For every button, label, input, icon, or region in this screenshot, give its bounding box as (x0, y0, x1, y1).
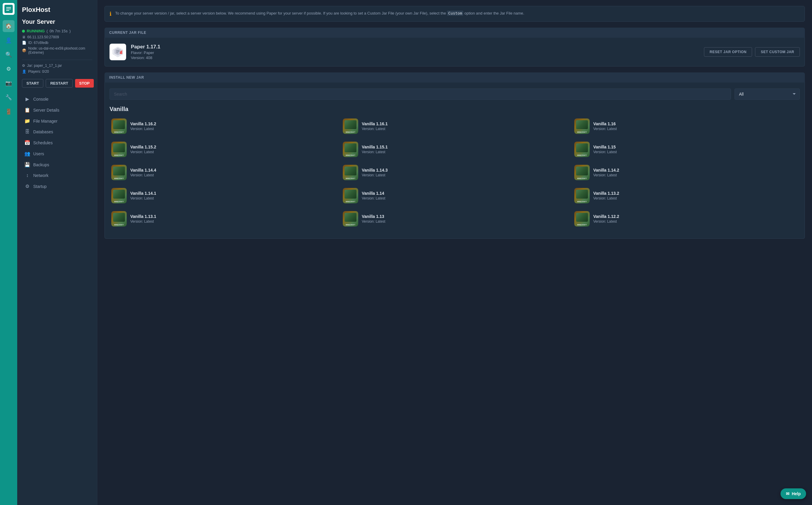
vanilla-1141-name: Vanilla 1.14.1 (130, 191, 156, 196)
divider-1 (22, 60, 92, 60)
filter-select[interactable]: All Vanilla Paper Spigot Bukkit Forge Fa… (735, 89, 800, 100)
vanilla-1143-name: Vanilla 1.14.3 (362, 168, 388, 172)
vanilla-1141-info: Vanilla 1.14.1 Version: Latest (130, 191, 156, 200)
jar-item-vanilla-1143[interactable]: Vanilla 1.14.3 Version: Latest (341, 163, 568, 182)
jar-version: Version: 408 (131, 55, 160, 60)
nav-label-schedules: Schedules (33, 140, 52, 145)
vanilla-1144-version: Version: Latest (130, 173, 156, 177)
stop-button[interactable]: STOP (75, 79, 94, 88)
vanilla-116-version: Version: Latest (593, 127, 617, 131)
icon-bar: 🏠 👤 🔍 ⚙ 📷 🔧 🚪 (0, 0, 17, 505)
vanilla-1122-info: Vanilla 1.12.2 Version: Latest (593, 214, 619, 223)
icon-user[interactable]: 👤 (3, 34, 15, 46)
vanilla-1132-info: Vanilla 1.13.2 Version: Latest (593, 191, 619, 200)
console-icon: ▶ (24, 96, 30, 102)
vanilla-1142-icon (574, 165, 590, 180)
nav-label-server-details: Server Details (33, 108, 59, 113)
node-icon: 📦 (22, 48, 26, 52)
paper-logo (110, 44, 126, 60)
vanilla-1131-icon (111, 211, 127, 226)
vanilla-114-info: Vanilla 1.14 Version: Latest (362, 191, 385, 200)
main-content: ℹ To change your server version / jar, s… (97, 0, 812, 505)
icon-settings-circle[interactable]: ⚙ (3, 63, 15, 75)
nav-item-server-details[interactable]: 📋 Server Details (22, 105, 92, 116)
start-button[interactable]: START (22, 79, 43, 88)
nav-label-databases: Databases (33, 130, 53, 134)
jar-item-vanilla-114[interactable]: Vanilla 1.14 Version: Latest (341, 186, 568, 205)
vanilla-1131-version: Version: Latest (130, 219, 156, 223)
jar-item-vanilla-1161[interactable]: Vanilla 1.16.1 Version: Latest (341, 117, 568, 136)
restart-button[interactable]: RESTART (46, 79, 72, 88)
nav-item-console[interactable]: ▶ Console (22, 94, 92, 105)
current-jar-body: Paper 1.17.1 Flavor: Paper Version: 408 … (105, 38, 805, 66)
vanilla-1142-name: Vanilla 1.14.2 (593, 168, 619, 172)
server-status-row: RUNNING ( 0h 7m 15s ) (22, 29, 92, 33)
app-logo (3, 3, 15, 15)
icon-logout[interactable]: 🚪 (3, 106, 15, 118)
jar-item-vanilla-1151[interactable]: Vanilla 1.15.1 Version: Latest (341, 140, 568, 159)
current-jar-header: CURRENT JAR FILE (105, 28, 805, 38)
vanilla-1161-name: Vanilla 1.16.1 (362, 122, 388, 126)
jar-item-vanilla-1141[interactable]: Vanilla 1.14.1 Version: Latest (110, 186, 337, 205)
vanilla-116-icon (574, 119, 590, 134)
network-icon: ↕ (24, 173, 30, 178)
vanilla-1162-info: Vanilla 1.16.2 Version: Latest (130, 122, 156, 131)
vanilla-1122-version: Version: Latest (593, 219, 619, 223)
ip-icon: 🖥 (22, 35, 25, 39)
vanilla-1143-version: Version: Latest (362, 173, 388, 177)
jar-flavor: Flavor: Paper (131, 50, 160, 55)
server-ip-row: 🖥 66.11.123.50:27809 (22, 35, 92, 39)
jar-item-vanilla-115[interactable]: Vanilla 1.15 Version: Latest (573, 140, 800, 159)
nav-section: ▶ Console 📋 Server Details 📁 File Manage… (22, 94, 92, 192)
nav-item-file-manager[interactable]: 📁 File Manager (22, 116, 92, 127)
jar-label: Jar: paper_1_17_1.jar (27, 63, 62, 68)
icon-search[interactable]: 🔍 (3, 49, 15, 60)
vanilla-114-version: Version: Latest (362, 196, 385, 200)
vanilla-1132-version: Version: Latest (593, 196, 619, 200)
vanilla-1143-icon (343, 165, 358, 180)
jar-item-vanilla-1144[interactable]: Vanilla 1.14.4 Version: Latest (110, 163, 337, 182)
nav-item-startup[interactable]: ⚙ Startup (22, 181, 92, 192)
install-jar-header: INSTALL NEW JAR (105, 72, 805, 82)
icon-gear[interactable]: 🔧 (3, 92, 15, 103)
jar-item-vanilla-1132[interactable]: Vanilla 1.13.2 Version: Latest (573, 186, 800, 205)
alert-text: To change your server version / jar, sel… (115, 10, 524, 17)
jar-item-vanilla-1152[interactable]: Vanilla 1.15.2 Version: Latest (110, 140, 337, 159)
players-label: Players: 0/20 (28, 69, 49, 73)
jar-row: ⚙ Jar: paper_1_17_1.jar (22, 63, 92, 68)
status-indicator (22, 30, 25, 33)
set-custom-jar-button[interactable]: SET CUSTOM JAR (755, 47, 800, 57)
vanilla-113-info: Vanilla 1.13 Version: Latest (362, 214, 385, 223)
jar-item-vanilla-1162[interactable]: Vanilla 1.16.2 Version: Latest (110, 117, 337, 136)
nav-item-databases[interactable]: 🗄 Databases (22, 127, 92, 137)
search-input[interactable] (110, 89, 731, 100)
jar-item-vanilla-1142[interactable]: Vanilla 1.14.2 Version: Latest (573, 163, 800, 182)
server-node-row: 📦 Node: us-dal-mc-ex59.ploxhost.com (Ext… (22, 46, 92, 55)
jar-grid-vanilla: Vanilla 1.16.2 Version: Latest Vanilla 1… (110, 117, 800, 228)
jar-item-vanilla-1131[interactable]: Vanilla 1.13.1 Version: Latest (110, 209, 337, 228)
app-brand: PloxHost (22, 6, 92, 14)
vanilla-1144-info: Vanilla 1.14.4 Version: Latest (130, 168, 156, 177)
vanilla-1132-name: Vanilla 1.13.2 (593, 191, 619, 196)
databases-icon: 🗄 (24, 129, 30, 135)
status-text: RUNNING (27, 29, 45, 33)
nav-item-backups[interactable]: 💾 Backups (22, 159, 92, 170)
vanilla-1161-info: Vanilla 1.16.1 Version: Latest (362, 122, 388, 131)
jar-item-vanilla-116[interactable]: Vanilla 1.16 Version: Latest (573, 117, 800, 136)
nav-label-backups: Backups (33, 162, 49, 167)
current-jar-row: Paper 1.17.1 Flavor: Paper Version: 408 … (110, 44, 800, 60)
vanilla-1151-version: Version: Latest (362, 150, 388, 154)
nav-item-network[interactable]: ↕ Network (22, 170, 92, 181)
jar-item-vanilla-1122[interactable]: Vanilla 1.12.2 Version: Latest (573, 209, 800, 228)
jar-item-vanilla-113[interactable]: Vanilla 1.13 Version: Latest (341, 209, 568, 228)
icon-camera[interactable]: 📷 (3, 77, 15, 89)
help-button[interactable]: ✉ Help (781, 488, 806, 499)
nav-item-schedules[interactable]: 📅 Schedules (22, 137, 92, 148)
vanilla-115-name: Vanilla 1.15 (593, 145, 617, 149)
vanilla-1144-name: Vanilla 1.14.4 (130, 168, 156, 172)
users-icon: 👥 (24, 151, 30, 156)
nav-item-users[interactable]: 👥 Users (22, 148, 92, 159)
vanilla-113-version: Version: Latest (362, 219, 385, 223)
reset-jar-button[interactable]: RESET JAR OPTION (704, 47, 752, 57)
icon-home[interactable]: 🏠 (3, 20, 15, 32)
